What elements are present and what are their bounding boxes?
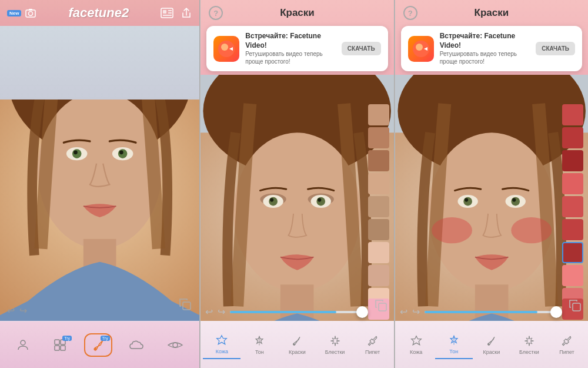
face-svg-3 <box>395 75 588 321</box>
panel-title-2: Краски <box>223 7 371 19</box>
help-button-2[interactable]: ? <box>209 6 223 20</box>
photo-panel-3 <box>395 75 588 321</box>
cloud-icon <box>129 338 144 352</box>
glitter-icon-3 <box>523 335 535 347</box>
slider-thumb-3[interactable] <box>550 306 562 318</box>
tool-brush[interactable]: Try <box>84 333 112 357</box>
tool2-tone[interactable]: Тон <box>240 331 278 359</box>
pipette-icon-3 <box>561 335 573 347</box>
promo-icon-2 <box>213 36 239 62</box>
face-svg-2 <box>201 75 393 321</box>
header-2: ? Краски <box>201 0 393 26</box>
pipette-icon <box>367 335 379 347</box>
tool3-tone[interactable]: Тон <box>435 331 473 359</box>
tool3-paint-label: Краски <box>483 349 500 355</box>
tool3-pipette[interactable]: Пипет <box>548 331 586 359</box>
panel-1: New facetune2 <box>0 0 199 368</box>
svg-point-20 <box>21 340 25 345</box>
logo-text: facetune2 <box>69 5 129 20</box>
video-app-icon-3 <box>412 40 430 58</box>
redo-button-2[interactable]: ↪ <box>218 306 225 317</box>
slider-area-3: ↩ ↪ <box>400 306 557 317</box>
swatch-6[interactable] <box>368 219 389 240</box>
tool-person[interactable] <box>10 334 36 356</box>
undo-button-1[interactable]: ↩ <box>7 305 15 316</box>
tool3-tone-label: Тон <box>449 349 458 354</box>
promo-download-button-3[interactable]: СКАЧАТЬ <box>536 42 575 55</box>
promo-download-button-2[interactable]: СКАЧАТЬ <box>342 42 381 55</box>
copy-icon-3 <box>568 299 582 313</box>
video-app-icon <box>218 40 235 58</box>
promo-text-2: Встречайте: Facetune Video! Ретушировать… <box>245 32 336 65</box>
swatch-r5[interactable] <box>562 196 583 217</box>
tool-grid[interactable]: Try <box>47 334 73 356</box>
header-3: ? Краски <box>395 0 588 26</box>
panel-2: ? Краски Встречайте: Facetune Video! Рет… <box>200 0 393 368</box>
promo-subtitle-2: Ретушировать видео теперь проще простого… <box>245 50 336 65</box>
swatch-2[interactable] <box>368 127 389 148</box>
svg-point-38 <box>269 197 278 206</box>
swatch-r3[interactable] <box>562 150 583 171</box>
copy-button-2[interactable] <box>374 299 388 315</box>
swatch-r7[interactable] <box>562 242 583 263</box>
promo-banner-2[interactable]: Встречайте: Facetune Video! Ретушировать… <box>206 26 387 71</box>
tool-eye[interactable] <box>161 336 189 354</box>
tool2-paint[interactable]: Краски <box>278 331 316 359</box>
promo-title-2: Встречайте: Facetune Video! <box>245 32 336 50</box>
tool2-tone-label: Тон <box>255 349 264 355</box>
gallery-icon[interactable] <box>161 8 173 18</box>
svg-point-28 <box>221 44 228 51</box>
tool3-paint[interactable]: Краски <box>473 331 510 359</box>
tool2-skin[interactable]: Кожа <box>203 331 240 359</box>
swatch-8[interactable] <box>368 265 389 286</box>
swatch-r2[interactable] <box>562 127 583 148</box>
undo-button-3[interactable]: ↩ <box>400 306 407 317</box>
svg-rect-4 <box>163 10 166 14</box>
camera-icon <box>25 7 36 19</box>
help-button-3[interactable]: ? <box>403 6 417 20</box>
new-badge: New <box>7 10 21 16</box>
promo-banner-3[interactable]: Встречайте: Facetune Video! Ретушировать… <box>401 26 582 71</box>
tool-cloud[interactable] <box>123 334 150 356</box>
tool2-skin-label: Кожа <box>216 349 228 354</box>
swatch-r1[interactable] <box>562 104 583 125</box>
photo-panel-2 <box>201 75 393 321</box>
slider-track-2[interactable] <box>230 311 363 313</box>
slider-thumb-2[interactable] <box>356 306 368 318</box>
copy-area-1[interactable] <box>178 297 192 314</box>
tool3-skin[interactable]: Кожа <box>397 331 435 359</box>
svg-point-59 <box>512 198 516 202</box>
toolbar-3: Кожа Тон Краски Блестки Пи <box>395 321 588 368</box>
swatch-7[interactable] <box>368 242 389 263</box>
slider-area-2: ↩ ↪ <box>205 306 363 317</box>
swatch-r6[interactable] <box>562 219 583 240</box>
svg-rect-19 <box>183 302 191 310</box>
redo-button-3[interactable]: ↪ <box>412 306 420 317</box>
slider-track-3[interactable] <box>425 311 557 313</box>
panel-title-3: Краски <box>417 7 566 19</box>
redo-button-1[interactable]: ↪ <box>19 305 27 316</box>
copy-button-3[interactable] <box>568 299 582 315</box>
logo: facetune2 <box>69 5 129 21</box>
tool3-glitter[interactable]: Блестки <box>510 331 548 359</box>
svg-point-18 <box>119 151 123 155</box>
swatch-3[interactable] <box>368 150 389 171</box>
swatch-r8[interactable] <box>562 265 583 286</box>
undo-button-2[interactable]: ↩ <box>205 306 213 317</box>
tone-icon-3 <box>448 334 460 346</box>
swatch-4[interactable] <box>368 173 389 194</box>
swatch-5[interactable] <box>368 196 389 217</box>
share-icon[interactable] <box>181 7 192 19</box>
copy-icon-1[interactable] <box>178 297 192 311</box>
svg-rect-24 <box>61 346 65 350</box>
svg-rect-42 <box>379 303 386 311</box>
tool2-pipette[interactable]: Пипет <box>354 331 392 359</box>
swatch-1[interactable] <box>368 104 389 125</box>
tool2-glitter[interactable]: Блестки <box>316 331 354 359</box>
svg-point-44 <box>293 343 295 345</box>
photo-area-1 <box>0 26 199 321</box>
undo-redo-1: ↩ ↪ <box>7 305 27 316</box>
swatch-r4[interactable] <box>562 173 583 194</box>
tool2-pipette-label: Пипет <box>365 349 380 355</box>
tool3-skin-label: Кожа <box>410 349 422 355</box>
